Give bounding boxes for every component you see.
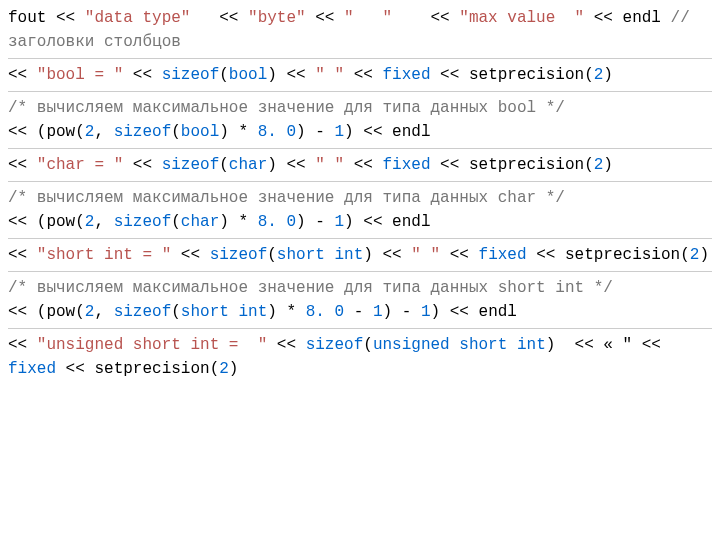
string-literal: " " (315, 156, 344, 174)
code-text: << endl (584, 9, 670, 27)
code-text: << (344, 66, 382, 84)
code-text: << (pow( (8, 123, 85, 141)
code-text: << setprecision( (431, 156, 594, 174)
keyword: sizeof (306, 336, 364, 354)
string-literal: "unsigned short int = " (37, 336, 267, 354)
string-literal: "bool = " (37, 66, 123, 84)
code-text (450, 336, 460, 354)
code-text: ) (603, 156, 613, 174)
keyword: sizeof (114, 303, 172, 321)
code-text: << setprecision( (431, 66, 594, 84)
keyword: sizeof (210, 246, 268, 264)
keyword: 2 (85, 213, 95, 231)
keyword: sizeof (162, 66, 220, 84)
code-text: , (94, 123, 113, 141)
code-text: ) << (267, 156, 315, 174)
keyword: fixed (8, 360, 56, 378)
code-line-group: fout << "data type" << "byte" << " " << … (8, 6, 712, 59)
keyword: 2 (219, 360, 229, 378)
code-text: ) (699, 246, 709, 264)
keyword: fixed (383, 66, 431, 84)
keyword: fixed (383, 156, 431, 174)
code-line-group: /* вычисляем максимальное значение для т… (8, 182, 712, 239)
code-text: ) * (267, 303, 305, 321)
keyword: 2 (594, 66, 604, 84)
keyword: 1 (421, 303, 431, 321)
code-text (507, 336, 517, 354)
keyword: int (238, 303, 267, 321)
code-text: ) << « " << (546, 336, 671, 354)
comment: /* вычисляем максимальное значение для т… (8, 189, 565, 207)
code-text: - (344, 303, 373, 321)
keyword: 8. 0 (258, 123, 296, 141)
code-text: ) - (296, 213, 334, 231)
keyword: 1 (334, 213, 344, 231)
code-text: << (440, 246, 478, 264)
code-text: ) - (383, 303, 421, 321)
code-line-group: /* вычисляем максимальное значение для т… (8, 272, 712, 329)
keyword: int (334, 246, 363, 264)
string-literal: "max value " (459, 9, 584, 27)
code-line-group: << "short int = " << sizeof(short int) <… (8, 239, 712, 272)
code-text: ) << (363, 246, 411, 264)
code-text: ( (267, 246, 277, 264)
code-text: ) (229, 360, 239, 378)
code-text: , (94, 303, 113, 321)
code-line-group: << "bool = " << sizeof(bool) << " " << f… (8, 59, 712, 92)
keyword: sizeof (114, 213, 172, 231)
comment: /* вычисляем максимальное значение для т… (8, 99, 565, 117)
code-text: ( (171, 123, 181, 141)
keyword: int (517, 336, 546, 354)
keyword: 1 (373, 303, 383, 321)
code-text: << (267, 336, 305, 354)
code-text: << (123, 66, 161, 84)
code-text: << (8, 156, 37, 174)
keyword: char (229, 156, 267, 174)
string-literal: "data type" (85, 9, 191, 27)
string-literal: " " (344, 9, 392, 27)
code-text: << (8, 66, 37, 84)
code-text: << (171, 246, 209, 264)
keyword: sizeof (114, 123, 172, 141)
keyword: 2 (594, 156, 604, 174)
code-line-group: /* вычисляем максимальное значение для т… (8, 92, 712, 149)
keyword: short (181, 303, 229, 321)
keyword: unsigned (373, 336, 450, 354)
keyword: 8. 0 (306, 303, 344, 321)
code-text: ( (219, 66, 229, 84)
string-literal: " " (315, 66, 344, 84)
keyword: sizeof (162, 156, 220, 174)
code-text: << setprecision( (56, 360, 219, 378)
code-line-group: << "unsigned short int = " << sizeof(uns… (8, 329, 712, 385)
code-text: ) << endl (344, 213, 430, 231)
string-literal: "short int = " (37, 246, 171, 264)
code-text: << (344, 156, 382, 174)
keyword: 2 (85, 123, 95, 141)
code-text: << (pow( (8, 303, 85, 321)
keyword: char (181, 213, 219, 231)
code-text: , (94, 213, 113, 231)
comment: /* вычисляем максимальное значение для т… (8, 279, 613, 297)
keyword: short (277, 246, 325, 264)
keyword: 2 (85, 303, 95, 321)
string-literal: "char = " (37, 156, 123, 174)
keyword: 1 (334, 123, 344, 141)
code-text: << (392, 9, 459, 27)
code-text: << (8, 336, 37, 354)
code-text: << (306, 9, 344, 27)
keyword: bool (229, 66, 267, 84)
keyword: bool (181, 123, 219, 141)
code-text: ) (603, 66, 613, 84)
code-text: ) - (296, 123, 334, 141)
keyword: short (459, 336, 507, 354)
code-text: << (190, 9, 248, 27)
code-text: << setprecision( (527, 246, 690, 264)
code-line-group: << "char = " << sizeof(char) << " " << f… (8, 149, 712, 182)
code-text: ( (363, 336, 373, 354)
code-text: ( (219, 156, 229, 174)
code-text: << (pow( (8, 213, 85, 231)
code-text: ) * (219, 213, 257, 231)
code-text: ) << endl (344, 123, 430, 141)
code-text: fout << (8, 9, 85, 27)
keyword: 8. 0 (258, 213, 296, 231)
